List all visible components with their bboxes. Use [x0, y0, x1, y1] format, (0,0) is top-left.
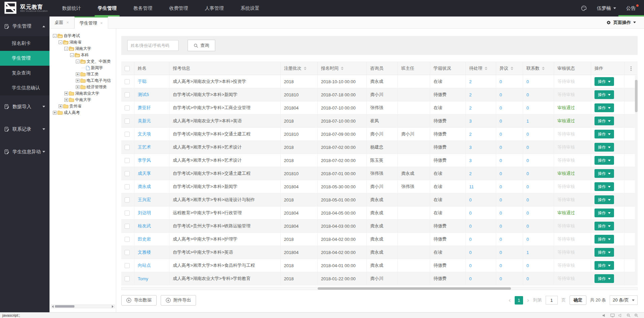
pending-count-link[interactable]: 3: [469, 145, 472, 150]
sidebar-group-0[interactable]: 学生管理: [0, 17, 50, 36]
col-header-4[interactable]: 报名时间: [317, 62, 366, 75]
objection-count-link[interactable]: 0: [500, 211, 502, 216]
user-menu[interactable]: 伍梦楠: [597, 5, 616, 11]
close-icon[interactable]: ×: [100, 21, 103, 26]
nav-item-0[interactable]: 数据统计: [54, 0, 89, 17]
row-checkbox[interactable]: [125, 211, 130, 216]
sidebar-item-3[interactable]: 学生信息确认: [0, 81, 50, 95]
page-number-button[interactable]: 1: [515, 296, 523, 305]
sort-icon[interactable]: [485, 67, 487, 70]
page-size-select[interactable]: 20 条/页: [610, 295, 638, 305]
pending-count-link[interactable]: 2: [469, 79, 472, 84]
pending-count-link[interactable]: 0: [469, 263, 472, 268]
contact-count-link[interactable]: 0: [526, 211, 529, 216]
contact-count-link[interactable]: 0: [526, 92, 529, 97]
row-checkbox[interactable]: [125, 276, 130, 281]
tree-node-label[interactable]: 新闻学: [91, 65, 103, 71]
tree-collapse-icon[interactable]: -: [64, 47, 68, 51]
tree-node-label[interactable]: 湖南农业大学: [75, 91, 99, 96]
contact-count-link[interactable]: 0: [526, 237, 529, 242]
sidebar-item-1[interactable]: 学生管理: [0, 51, 50, 66]
row-action-button[interactable]: 操作: [594, 156, 614, 165]
zoom-in-icon[interactable]: [634, 313, 638, 317]
objection-count-link[interactable]: 0: [500, 158, 502, 163]
tree-node-label[interactable]: 本科: [81, 52, 89, 58]
scrollbar-thumb[interactable]: [635, 80, 638, 112]
tree-node-label[interactable]: 湖南省: [69, 39, 82, 45]
objection-count-link[interactable]: 0: [500, 250, 502, 255]
scroll-left-icon[interactable]: [52, 305, 54, 308]
row-checkbox[interactable]: [125, 145, 130, 150]
objection-count-link[interactable]: 0: [500, 132, 502, 137]
export-attachment-button[interactable]: 附件导出: [161, 295, 196, 306]
contact-count-link[interactable]: 1: [526, 250, 529, 255]
row-checkbox[interactable]: [125, 263, 130, 268]
tree-node-label[interactable]: 贵州省: [69, 103, 82, 109]
scrollbar-thumb[interactable]: [55, 305, 74, 308]
student-name-link[interactable]: 吴新元: [138, 118, 151, 124]
tree-node-label[interactable]: 文史、中医类: [87, 59, 111, 64]
col-header-9[interactable]: 异议: [496, 62, 523, 75]
export-data-button[interactable]: 导出数据: [121, 295, 157, 306]
objection-count-link[interactable]: 0: [500, 197, 502, 202]
objection-count-link[interactable]: 0: [500, 263, 502, 268]
row-action-button[interactable]: 操作: [594, 130, 614, 138]
row-checkbox[interactable]: [125, 119, 130, 124]
table-horizontal-scrollbar[interactable]: [121, 287, 638, 290]
pending-count-link[interactable]: 0: [469, 250, 472, 255]
tree-node-label[interactable]: 电工电子与信: [87, 78, 111, 84]
nav-item-4[interactable]: 人事管理: [196, 0, 232, 17]
contact-count-link[interactable]: 0: [526, 171, 529, 176]
next-page-icon[interactable]: ›: [527, 297, 529, 304]
tree-collapse-icon[interactable]: -: [70, 53, 74, 57]
nav-item-5[interactable]: 系统设置: [232, 0, 268, 17]
student-name-link[interactable]: 萧亚轩: [138, 105, 151, 111]
tab-student-management[interactable]: 学生管理 ×: [74, 17, 108, 29]
student-name-link[interactable]: 测试5: [138, 92, 149, 98]
row-checkbox[interactable]: [125, 184, 130, 189]
row-action-button[interactable]: 操作: [594, 90, 614, 99]
objection-count-link[interactable]: 0: [500, 79, 502, 84]
row-action-button[interactable]: 操作: [594, 222, 614, 230]
row-checkbox[interactable]: [125, 237, 130, 242]
student-name-link[interactable]: 王兴宏: [138, 197, 151, 203]
sidebar-group-1[interactable]: 数据导入: [0, 95, 50, 118]
contact-count-link[interactable]: 0: [526, 132, 529, 137]
tree-collapse-icon[interactable]: -: [53, 34, 57, 38]
volume-icon[interactable]: [602, 314, 607, 317]
tree-node-label[interactable]: 湖南大学: [75, 46, 91, 52]
row-action-button[interactable]: 操作: [594, 182, 614, 191]
row-action-button[interactable]: 操作: [594, 235, 614, 244]
scroll-right-icon[interactable]: [112, 305, 114, 308]
objection-count-link[interactable]: 0: [500, 145, 502, 150]
prev-page-icon[interactable]: ‹: [508, 297, 511, 304]
row-checkbox[interactable]: [125, 224, 130, 229]
tree-node-label[interactable]: 理工类: [87, 71, 99, 77]
objection-count-link[interactable]: 0: [500, 237, 502, 242]
notice-button[interactable]: 公告: [626, 5, 639, 11]
row-checkbox[interactable]: [125, 197, 130, 202]
row-action-button[interactable]: 操作: [594, 169, 614, 178]
row-action-button[interactable]: 操作: [594, 103, 614, 112]
row-checkbox[interactable]: [125, 79, 130, 84]
objection-count-link[interactable]: 0: [500, 276, 502, 281]
nav-item-3[interactable]: 收费管理: [161, 0, 196, 17]
pending-count-link[interactable]: 2: [469, 132, 472, 137]
tree-node-label[interactable]: 经济管理类: [87, 84, 107, 90]
sort-icon[interactable]: [542, 67, 545, 70]
contact-count-link[interactable]: 0: [526, 263, 529, 268]
contact-count-link[interactable]: 0: [526, 105, 529, 110]
student-name-link[interactable]: 王艺术: [138, 144, 151, 150]
student-name-link[interactable]: Tomy: [138, 276, 148, 281]
row-action-button[interactable]: 操作: [594, 248, 614, 257]
tree-collapse-icon[interactable]: -: [76, 60, 79, 63]
pending-count-link[interactable]: 0: [469, 276, 472, 281]
pending-count-link[interactable]: 11: [469, 184, 474, 189]
zoom-out-icon[interactable]: [626, 313, 631, 317]
sort-icon[interactable]: [511, 67, 513, 70]
tree-expand-icon[interactable]: +: [76, 85, 79, 89]
nav-item-1[interactable]: 学生管理: [89, 0, 125, 17]
row-action-button[interactable]: 操作: [594, 143, 614, 152]
nav-item-2[interactable]: 教务管理: [125, 0, 161, 17]
row-checkbox[interactable]: [125, 171, 130, 176]
